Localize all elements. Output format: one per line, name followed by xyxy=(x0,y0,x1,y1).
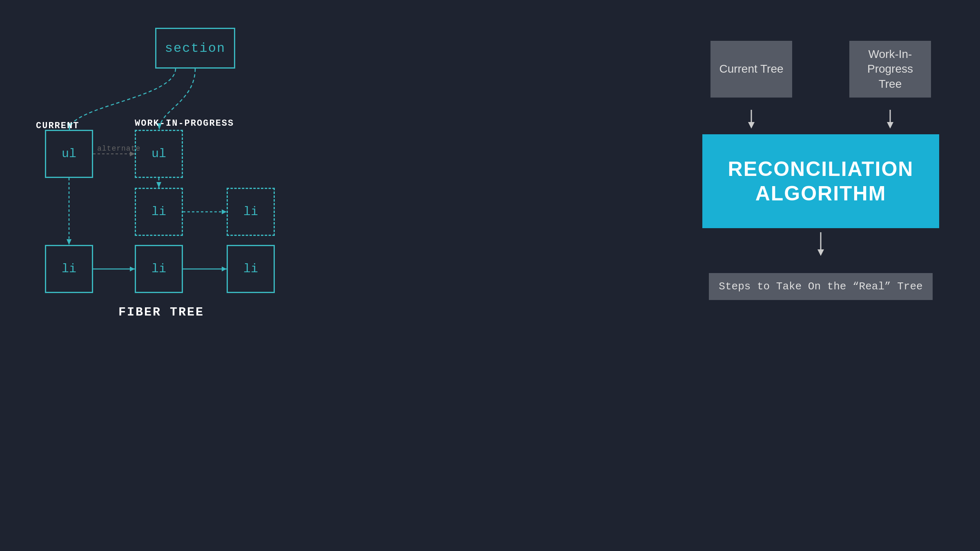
wip-li1-label: li xyxy=(151,205,166,219)
current-tree-label: Current Tree xyxy=(719,62,783,76)
current-ul-label: ul xyxy=(62,147,76,161)
right-top-arrows-svg xyxy=(702,110,939,134)
current-tree-box: Current Tree xyxy=(710,41,792,98)
wip-ul-box: ul xyxy=(135,130,183,178)
svg-marker-5 xyxy=(156,182,161,188)
wip-ul-label: ul xyxy=(151,147,166,161)
wip-li2-label: li xyxy=(243,205,258,219)
wip-li1-box: li xyxy=(135,188,183,236)
steps-label: Steps to Take On the “Real” Tree xyxy=(719,280,922,293)
wip-tree-label: Work-In-Progress Tree xyxy=(855,47,925,91)
fiber-tree-label: FIBER TREE xyxy=(118,305,204,319)
svg-marker-19 xyxy=(817,249,824,256)
current-ul-box: ul xyxy=(45,130,93,178)
reconciliation-line1: RECONCILIATION xyxy=(728,158,914,180)
svg-marker-11 xyxy=(130,267,135,271)
svg-marker-15 xyxy=(748,122,755,129)
reconciliation-line2: ALGORITHM xyxy=(755,182,886,205)
section-label: section xyxy=(165,41,225,56)
steps-area: Steps to Take On the “Real” Tree xyxy=(702,261,939,300)
current-li-label: li xyxy=(62,262,76,276)
wip-li3-label: li xyxy=(151,262,166,276)
left-panel: section CURRENT WORK-IN-PROGRESS ul ul a… xyxy=(0,0,306,551)
current-li-box: li xyxy=(45,245,93,293)
right-bottom-arrow-svg xyxy=(702,232,939,261)
wip-li4-box: li xyxy=(227,245,275,293)
svg-marker-7 xyxy=(222,209,227,214)
steps-box: Steps to Take On the “Real” Tree xyxy=(709,273,932,300)
svg-marker-9 xyxy=(67,239,71,245)
right-panel: Current Tree Work-In-Progress Tree RECON… xyxy=(702,41,939,300)
wip-li4-label: li xyxy=(243,262,258,276)
wip-li3-box: li xyxy=(135,245,183,293)
svg-marker-17 xyxy=(887,122,893,129)
wip-tree-box: Work-In-Progress Tree xyxy=(849,41,931,98)
reconciliation-text: RECONCILIATION ALGORITHM xyxy=(720,149,922,214)
wip-label: WORK-IN-PROGRESS xyxy=(135,118,234,129)
section-box: section xyxy=(155,28,235,69)
alternate-label: alternate xyxy=(97,144,140,153)
reconciliation-box: RECONCILIATION ALGORITHM xyxy=(702,134,939,228)
svg-marker-13 xyxy=(222,267,227,271)
tree-labels-row: Current Tree Work-In-Progress Tree xyxy=(702,41,939,98)
wip-li2-box: li xyxy=(227,188,275,236)
